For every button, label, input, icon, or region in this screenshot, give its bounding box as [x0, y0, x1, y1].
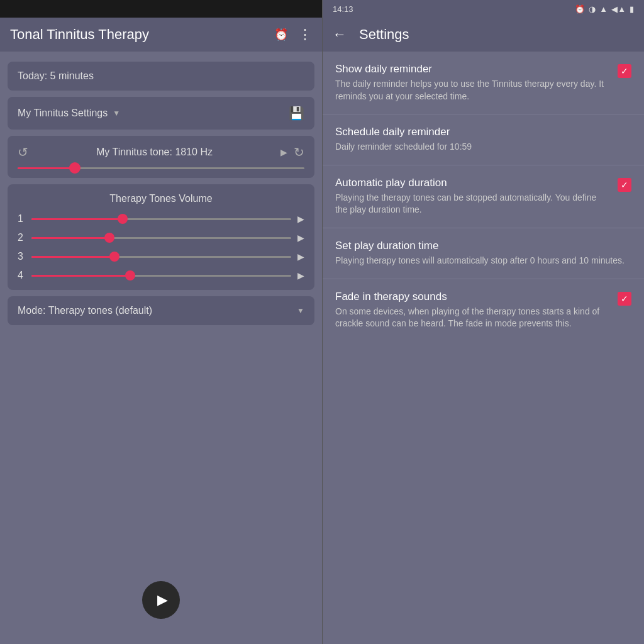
settings-dropdown-label: My Tinnitus Settings: [18, 108, 108, 119]
volume-row-2: 2 ▶: [18, 232, 304, 243]
right-panel: 14:13 ⏰ ◑ ▲ ◀▲ ▮ ← Settings Show daily r…: [322, 0, 644, 644]
right-status-bar: 14:13 ⏰ ◑ ▲ ◀▲ ▮: [323, 0, 644, 18]
settings-content: Show daily reminder The daily reminder h…: [323, 52, 644, 644]
left-content: Today: 5 minutes My Tinnitus Settings ▼ …: [0, 52, 322, 581]
volume-thumb-2: [104, 233, 114, 243]
checkbox-check-3: ✓: [621, 180, 628, 190]
right-header: ← Settings: [323, 18, 644, 52]
volume-row-4: 4 ▶: [18, 270, 304, 281]
settings-item-text-3: Automatic play duration Playing the ther…: [335, 177, 610, 216]
volume-row-3: 3 ▶: [18, 251, 304, 262]
volume-fill-4: [31, 275, 130, 277]
tone-slider[interactable]: [18, 167, 304, 169]
settings-item-title-3: Automatic play duration: [335, 177, 610, 189]
settings-dropdown-icon: ▼: [113, 109, 120, 118]
settings-item-show-reminder[interactable]: Show daily reminder The daily reminder h…: [323, 52, 644, 114]
battery-icon: ▮: [630, 4, 634, 14]
wifi-icon: ▲: [599, 4, 608, 14]
settings-item-title-2: Schedule daily reminder: [335, 126, 631, 138]
play-arrow-2[interactable]: ▶: [297, 233, 304, 243]
settings-item-schedule-reminder[interactable]: Schedule daily reminder Daily reminder s…: [323, 114, 644, 165]
checkbox-check-1: ✓: [621, 66, 628, 76]
volume-slider-3[interactable]: [31, 256, 291, 258]
volume-fill-2: [31, 237, 109, 239]
settings-title: Settings: [359, 26, 409, 43]
settings-card[interactable]: My Tinnitus Settings ▼ 💾: [8, 97, 314, 130]
settings-item-text-5: Fade in therapy sounds On some devices, …: [335, 291, 610, 330]
tone-slider-track: [18, 167, 304, 169]
left-panel: Tonal Tinnitus Therapy ⏰ ⋮ Today: 5 minu…: [0, 0, 322, 644]
volume-fill-3: [31, 256, 114, 258]
settings-item-desc-3: Playing the therapy tones can be stopped…: [335, 192, 610, 216]
mode-dropdown-icon: ▼: [297, 306, 304, 315]
mode-card[interactable]: Mode: Therapy tones (default) ▼: [8, 296, 314, 325]
save-icon[interactable]: 💾: [289, 106, 304, 121]
volume-thumb-4: [125, 270, 135, 280]
play-arrow-3[interactable]: ▶: [297, 252, 304, 262]
checkbox-check-5: ✓: [621, 294, 628, 304]
settings-item-text-4: Set play duration time Playing therapy t…: [335, 240, 631, 267]
settings-item-title-4: Set play duration time: [335, 240, 631, 252]
settings-item-text-1: Show daily reminder The daily reminder h…: [335, 63, 610, 103]
tone-slider-thumb: [69, 162, 80, 174]
left-status-bar: [0, 0, 322, 18]
volume-num-4: 4: [18, 270, 25, 281]
settings-item-fade-in[interactable]: Fade in therapy sounds On some devices, …: [323, 279, 644, 341]
volume-track-2: [31, 237, 291, 239]
play-arrow-1[interactable]: ▶: [297, 214, 304, 224]
tone-play-icon[interactable]: ▶: [280, 147, 287, 157]
settings-item-desc-1: The daily reminder helps you to use the …: [335, 78, 610, 103]
volume-num-2: 2: [18, 232, 25, 243]
volume-num-3: 3: [18, 251, 25, 262]
checkbox-auto-play[interactable]: ✓: [618, 178, 631, 192]
status-icons: ⏰ ◑ ▲ ◀▲ ▮: [575, 4, 634, 14]
display-status-icon: ◑: [589, 4, 596, 14]
volume-track-1: [31, 218, 291, 220]
settings-item-play-duration[interactable]: Set play duration time Playing therapy t…: [323, 228, 644, 279]
signal-icon: ◀▲: [611, 4, 626, 14]
mode-label: Mode: Therapy tones (default): [18, 305, 152, 316]
settings-item-desc-5: On some devices, when playing of the the…: [335, 306, 610, 330]
today-card: Today: 5 minutes: [8, 62, 314, 91]
menu-icon[interactable]: ⋮: [298, 26, 312, 43]
volume-thumb-1: [118, 214, 128, 224]
tone-title: ↺ My Tinnitus tone: 1810 Hz ▶ ↻: [18, 145, 304, 160]
settings-item-title-1: Show daily reminder: [335, 63, 610, 75]
app-title: Tonal Tinnitus Therapy: [10, 26, 149, 43]
volume-row-1: 1 ▶: [18, 213, 304, 225]
volume-slider-2[interactable]: [31, 237, 291, 239]
tone-slider-fill: [18, 167, 75, 169]
volume-fill-1: [31, 218, 123, 220]
alarm-status-icon: ⏰: [575, 4, 585, 14]
status-time: 14:13: [333, 4, 353, 14]
settings-item-desc-2: Daily reminder scheduled for 10:59: [335, 141, 631, 153]
settings-item-auto-play[interactable]: Automatic play duration Playing the ther…: [323, 165, 644, 228]
back-button[interactable]: ←: [333, 26, 347, 43]
main-play-icon: ▶: [157, 592, 168, 608]
left-header: Tonal Tinnitus Therapy ⏰ ⋮: [0, 18, 322, 52]
settings-dropdown[interactable]: My Tinnitus Settings ▼: [18, 108, 120, 119]
volume-track-3: [31, 256, 291, 258]
volume-slider-1[interactable]: [31, 218, 291, 220]
settings-item-title-5: Fade in therapy sounds: [335, 291, 610, 303]
header-icons: ⏰ ⋮: [274, 26, 312, 43]
tone-rewind-icon[interactable]: ↺: [18, 145, 28, 160]
today-label: Today: 5 minutes: [18, 70, 94, 81]
volume-title: Therapy Tones Volume: [18, 193, 304, 204]
checkbox-fade-in[interactable]: ✓: [618, 292, 631, 306]
volume-card: Therapy Tones Volume 1 ▶ 2: [8, 184, 314, 290]
volume-num-1: 1: [18, 213, 25, 225]
play-arrow-4[interactable]: ▶: [297, 270, 304, 280]
tone-label: My Tinnitus tone: 1810 Hz: [35, 147, 274, 158]
volume-track-4: [31, 275, 291, 277]
settings-item-desc-4: Playing therapy tones will automatically…: [335, 255, 631, 267]
checkbox-show-reminder[interactable]: ✓: [618, 64, 631, 78]
volume-thumb-3: [109, 252, 119, 262]
volume-slider-4[interactable]: [31, 275, 291, 277]
settings-item-text-2: Schedule daily reminder Daily reminder s…: [335, 126, 631, 153]
tone-forward-icon[interactable]: ↻: [294, 145, 304, 160]
main-play-button[interactable]: ▶: [142, 581, 180, 619]
alarm-icon[interactable]: ⏰: [274, 28, 288, 42]
tone-card: ↺ My Tinnitus tone: 1810 Hz ▶ ↻: [8, 136, 314, 178]
